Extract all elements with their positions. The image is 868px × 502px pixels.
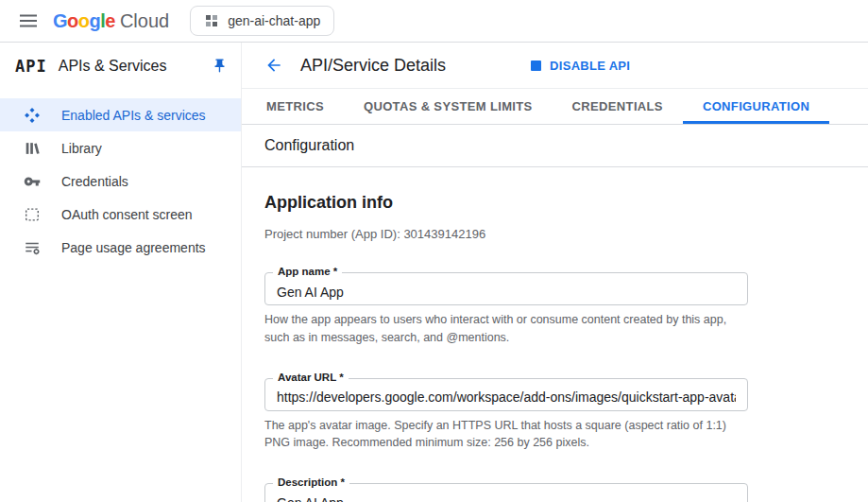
sidebar: API APIs & Services Enabled APIs &: [0, 43, 242, 502]
project-selector-label: gen-ai-chat-app: [228, 13, 320, 28]
sidebar-item-label: Library: [61, 141, 102, 156]
tab-credentials[interactable]: CREDENTIALS: [553, 89, 683, 124]
project-selector[interactable]: gen-ai-chat-app: [190, 6, 334, 36]
app-name-field-group: App name * How the app appears to users …: [264, 272, 748, 347]
sidebar-item-label: Enabled APIs & services: [61, 108, 206, 123]
agreements-icon: [23, 238, 42, 257]
sidebar-item-page-usage-agreements[interactable]: Page usage agreements: [0, 231, 241, 264]
hamburger-icon: [20, 12, 37, 29]
sidebar-item-label: Page usage agreements: [61, 240, 206, 255]
library-icon: [23, 139, 42, 158]
sidebar-header: API APIs & Services: [0, 43, 241, 89]
sidebar-item-enabled-apis[interactable]: Enabled APIs & services: [0, 98, 241, 131]
pin-icon: [212, 58, 228, 74]
key-icon: [23, 172, 42, 191]
pin-button[interactable]: [212, 58, 228, 74]
stop-icon: [531, 61, 541, 71]
configuration-content: Application info Project number (App ID)…: [242, 167, 868, 502]
sidebar-item-label: OAuth consent screen: [61, 207, 193, 222]
google-cloud-logo: Google Cloud: [53, 10, 169, 32]
tab-quotas-system-limits[interactable]: QUOTAS & SYSTEM LIMITS: [344, 89, 553, 124]
sidebar-nav: Enabled APIs & services Library: [0, 89, 241, 264]
oauth-consent-icon: [23, 205, 42, 224]
hamburger-menu-button[interactable]: [9, 2, 47, 40]
description-label: Description *: [273, 476, 349, 490]
sidebar-title: APIs & Services: [59, 58, 167, 75]
avatar-url-helper-text: The app's avatar image. Specify an HTTPS…: [264, 417, 742, 453]
tab-configuration[interactable]: CONFIGURATION: [683, 89, 829, 124]
page-header: API/Service Details DISABLE API: [242, 43, 868, 89]
apis-services-logo: API: [15, 57, 47, 76]
configuration-section-title: Configuration: [242, 125, 868, 167]
application-info-heading: Application info: [264, 193, 845, 213]
main-panel: API/Service Details DISABLE API METRICS …: [242, 43, 868, 502]
back-arrow-icon: [264, 56, 283, 75]
google-logo-text: Google: [53, 10, 115, 32]
sidebar-item-library[interactable]: Library: [0, 131, 241, 164]
project-icon: [204, 13, 219, 28]
sidebar-item-oauth-consent[interactable]: OAuth consent screen: [0, 198, 241, 231]
topbar: Google Cloud gen-ai-chat-app: [0, 0, 868, 43]
description-field-group: Description * Max 40 characters: [264, 483, 748, 502]
tab-bar: METRICS QUOTAS & SYSTEM LIMITS CREDENTIA…: [242, 89, 868, 125]
sidebar-item-label: Credentials: [61, 174, 128, 189]
apis-enabled-icon: [23, 106, 42, 125]
disable-api-button[interactable]: DISABLE API: [531, 59, 630, 73]
page-title: API/Service Details: [300, 56, 446, 76]
avatar-url-label: Avatar URL *: [273, 372, 349, 385]
app-name-label: App name *: [273, 266, 342, 279]
disable-api-label: DISABLE API: [550, 59, 630, 73]
cloud-logo-text: Cloud: [120, 10, 169, 32]
tab-metrics[interactable]: METRICS: [247, 89, 344, 124]
avatar-url-field-group: Avatar URL * The app's avatar image. Spe…: [264, 378, 748, 453]
sidebar-item-credentials[interactable]: Credentials: [0, 164, 241, 198]
back-button[interactable]: [264, 56, 283, 75]
project-number-text: Project number (App ID): 301439142196: [264, 227, 845, 241]
app-name-helper-text: How the app appears to users who interac…: [264, 311, 742, 347]
